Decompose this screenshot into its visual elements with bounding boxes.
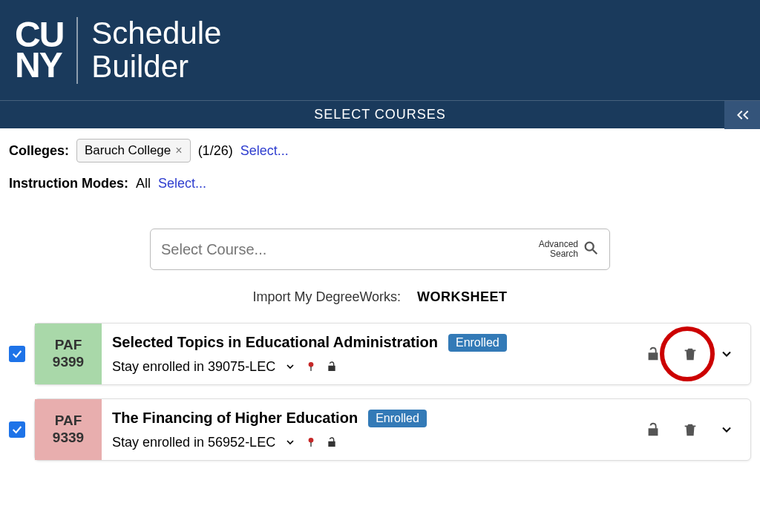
collapse-panel-button[interactable] [724, 101, 760, 129]
college-chip-label: Baruch College [85, 143, 171, 158]
course-list: PAF 9399 Selected Topics in Educational … [0, 323, 760, 461]
unlock-icon[interactable] [326, 361, 338, 372]
course-search-input[interactable] [161, 241, 539, 258]
course-code-badge: PAF 9399 [35, 324, 102, 384]
course-actions [645, 324, 750, 384]
stay-enrolled-text: Stay enrolled in 39075-LEC [112, 359, 275, 375]
course-row: PAF 9339 The Financing of Higher Educati… [9, 398, 751, 461]
svg-point-2 [309, 362, 314, 367]
lock-toggle-icon[interactable] [645, 346, 661, 362]
check-icon [11, 424, 23, 436]
course-title: Selected Topics in Educational Administr… [112, 334, 438, 351]
pin-icon[interactable] [305, 361, 317, 372]
app-title-line2: Builder [91, 50, 221, 83]
select-modes-link[interactable]: Select... [158, 176, 206, 191]
svg-rect-3 [310, 367, 311, 371]
select-colleges-link[interactable]: Select... [240, 143, 289, 159]
delete-course-icon[interactable] [682, 421, 698, 438]
page-title: SELECT COURSES [314, 107, 446, 122]
college-count: (1/26) [198, 143, 233, 159]
course-number: 9339 [53, 430, 84, 447]
course-title-row: The Financing of Higher Education Enroll… [112, 410, 635, 427]
svg-point-4 [309, 438, 314, 443]
course-sub-row: Stay enrolled in 39075-LEC [112, 359, 635, 375]
stay-enrolled-text: Stay enrolled in 56952-LEC [112, 435, 275, 450]
worksheet-button[interactable]: WORKSHEET [417, 289, 508, 305]
advanced-search-button[interactable]: Advanced Search [539, 240, 578, 259]
course-sub-row: Stay enrolled in 56952-LEC [112, 435, 635, 450]
course-search-box[interactable]: Advanced Search [150, 229, 610, 270]
modes-value: All [136, 176, 151, 191]
svg-line-1 [593, 250, 597, 254]
svg-rect-5 [310, 442, 311, 447]
colleges-filter-row: Colleges: Baruch College × (1/26) Select… [9, 139, 751, 162]
pin-icon[interactable] [305, 436, 317, 448]
colleges-label: Colleges: [9, 143, 69, 159]
svg-point-0 [586, 243, 594, 251]
course-dept: PAF [55, 337, 82, 354]
subheader: SELECT COURSES [0, 100, 760, 128]
college-chip[interactable]: Baruch College × [76, 139, 191, 162]
search-area: Advanced Search Import My DegreeWorks: W… [0, 229, 760, 305]
course-actions [645, 399, 750, 460]
status-badge: Enrolled [448, 334, 507, 352]
course-checkbox[interactable] [9, 421, 25, 438]
app-title-line1: Schedule [91, 17, 221, 50]
course-dept: PAF [55, 413, 82, 430]
course-checkbox[interactable] [9, 346, 25, 362]
unlock-icon[interactable] [326, 436, 338, 448]
app-header: CU NY Schedule Builder [0, 0, 760, 100]
course-number: 9399 [53, 354, 84, 371]
course-code-badge: PAF 9339 [35, 399, 102, 460]
logo-block: CU NY Schedule Builder [15, 17, 221, 84]
lock-toggle-icon[interactable] [645, 421, 661, 438]
status-badge: Enrolled [368, 410, 427, 427]
double-chevron-left-icon [733, 106, 751, 124]
logo-divider [76, 17, 78, 84]
course-main: Selected Topics in Educational Administr… [102, 324, 645, 384]
expand-course-icon[interactable] [719, 347, 734, 361]
course-title-row: Selected Topics in Educational Administr… [112, 334, 635, 352]
modes-filter-row: Instruction Modes: All Select... [9, 176, 751, 191]
delete-course-icon[interactable] [682, 346, 698, 362]
expand-course-icon[interactable] [719, 422, 734, 437]
modes-label: Instruction Modes: [9, 176, 128, 191]
section-dropdown-icon[interactable] [284, 436, 296, 448]
course-card: PAF 9399 Selected Topics in Educational … [34, 323, 751, 385]
course-row: PAF 9399 Selected Topics in Educational … [9, 323, 751, 385]
remove-college-icon[interactable]: × [175, 144, 182, 157]
section-dropdown-icon[interactable] [284, 361, 296, 372]
cuny-logo: CU NY [15, 20, 63, 81]
filters-section: Colleges: Baruch College × (1/26) Select… [0, 128, 760, 191]
import-label: Import My DegreeWorks: [252, 289, 401, 305]
course-card: PAF 9339 The Financing of Higher Educati… [34, 398, 751, 461]
advanced-search-label-2: Search [539, 249, 578, 259]
check-icon [11, 348, 23, 360]
search-icon[interactable] [583, 240, 599, 259]
app-title: Schedule Builder [91, 17, 221, 82]
course-main: The Financing of Higher Education Enroll… [102, 399, 645, 460]
import-row: Import My DegreeWorks: WORKSHEET [252, 289, 507, 305]
course-title: The Financing of Higher Education [112, 410, 358, 427]
